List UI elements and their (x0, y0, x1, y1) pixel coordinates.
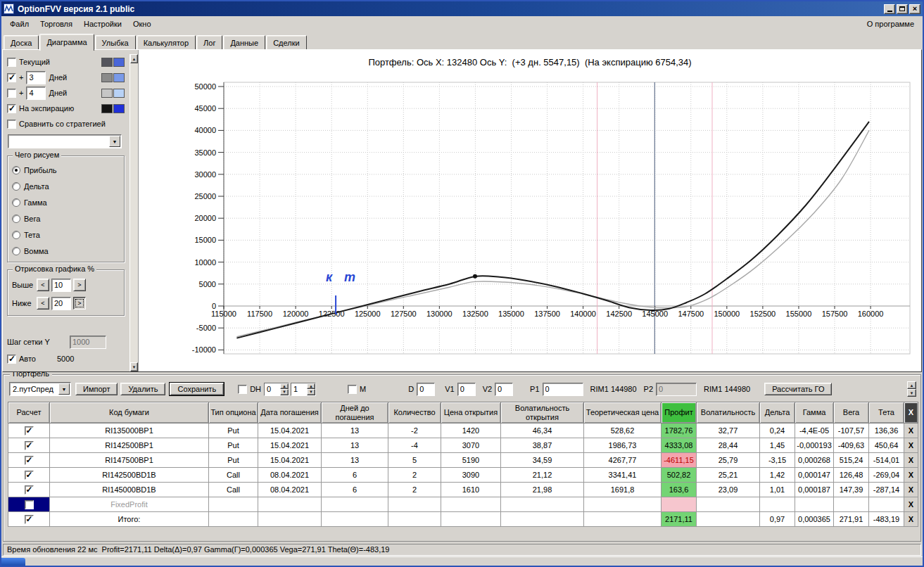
curve-checkbox[interactable] (7, 104, 16, 113)
spin-down-icon[interactable]: ▼ (307, 389, 315, 395)
spin-down-icon[interactable]: ▼ (280, 389, 289, 395)
scroll-up-icon[interactable]: ▲ (130, 54, 138, 63)
v2-input[interactable] (495, 383, 513, 396)
curve-color-swatches[interactable] (101, 58, 125, 67)
svg-text:157500: 157500 (822, 310, 848, 318)
m-checkbox[interactable]: M (348, 385, 366, 394)
delete-button[interactable]: Удалить (120, 383, 165, 395)
color-swatch[interactable] (113, 89, 125, 98)
row-calc-cell[interactable] (8, 483, 50, 497)
compare-strategy-select[interactable]: ▼ (8, 134, 122, 148)
curve-color-swatches[interactable] (101, 73, 125, 82)
panel-scrollbar[interactable]: ▲ ▼ (129, 54, 138, 371)
curve-color-swatches[interactable] (101, 104, 125, 113)
scroll-down-icon[interactable]: ▼ (130, 362, 138, 371)
compare-strategy-checkbox[interactable]: Сравнить со стратегией (7, 116, 126, 132)
percent-input[interactable] (51, 297, 71, 310)
tab-5[interactable]: Данные (223, 35, 265, 49)
curve-checkbox[interactable] (7, 89, 16, 98)
dh-spinner-1[interactable]: 0 ▲▼ (264, 383, 289, 396)
dh-spinner-2[interactable]: 1 ▲▼ (291, 383, 316, 396)
menu-item-3[interactable]: Окно (127, 18, 157, 30)
delete-row-button[interactable]: Х (904, 483, 918, 497)
color-swatch[interactable] (101, 73, 113, 82)
profit-chart[interactable]: 5000045000400003500030000250002000015000… (139, 75, 916, 371)
tab-1[interactable]: Диаграмма (39, 34, 94, 51)
delete-row-button[interactable]: Х (904, 453, 918, 468)
auto-checkbox[interactable]: Авто (7, 355, 36, 364)
decrease-button[interactable]: < (37, 297, 49, 310)
scroll-up-icon[interactable]: ▲ (907, 381, 916, 389)
curve-color-swatches[interactable] (101, 89, 125, 98)
save-button[interactable]: Сохранить (170, 383, 224, 395)
minimize-button[interactable] (884, 4, 895, 14)
draw-option-5[interactable]: Вомма (12, 243, 121, 259)
d-input[interactable] (417, 383, 435, 396)
draw-option-4[interactable]: Тета (12, 227, 121, 243)
cell: -4611,15 (662, 453, 697, 468)
curve-checkbox[interactable] (7, 73, 16, 82)
row-checkbox (25, 471, 34, 480)
import-button[interactable]: Импорт (75, 383, 118, 395)
color-swatch[interactable] (113, 104, 125, 113)
portfolio-select[interactable]: 2.путСпред ▼ (9, 382, 71, 396)
cell (795, 497, 834, 512)
menu-item-2[interactable]: Настройки (78, 18, 127, 30)
color-swatch[interactable] (113, 73, 125, 82)
tab-3[interactable]: Калькулятор (137, 35, 196, 49)
decrease-button[interactable]: < (37, 279, 49, 291)
row-calc-cell[interactable] (8, 423, 50, 438)
calc-go-button[interactable]: Рассчитать ГО (764, 383, 832, 395)
p1-input[interactable] (543, 383, 583, 396)
color-swatch[interactable] (113, 58, 125, 67)
increase-button[interactable]: > (73, 279, 86, 291)
color-swatch[interactable] (101, 58, 113, 67)
row-calc-cell[interactable] (8, 497, 50, 512)
title-bar[interactable]: OptionFVV версия 2.1 public × (1, 1, 923, 16)
tab-2[interactable]: Улыбка (95, 35, 136, 49)
start-button-fragment[interactable] (1, 558, 25, 566)
scroll-down-icon[interactable]: ▼ (907, 389, 916, 397)
percent-input[interactable] (51, 279, 71, 292)
chevron-down-icon[interactable]: ▼ (58, 383, 70, 395)
color-swatch[interactable] (101, 104, 113, 113)
draw-option-1[interactable]: Дельта (12, 178, 121, 194)
color-swatch[interactable] (101, 89, 113, 98)
menu-about[interactable]: О программе (861, 18, 920, 30)
curve-checkbox[interactable] (7, 58, 16, 67)
v1-input[interactable] (457, 383, 476, 396)
delete-row-button[interactable]: Х (904, 497, 918, 512)
menu-item-0[interactable]: Файл (4, 18, 34, 30)
days-input[interactable] (26, 71, 46, 84)
increase-button[interactable]: > (73, 297, 86, 310)
delete-row-button[interactable]: Х (904, 438, 918, 453)
row-calc-cell[interactable] (8, 512, 50, 527)
dh-checkbox[interactable]: DH (238, 385, 261, 394)
delete-row-button[interactable]: Х (904, 512, 918, 527)
tab-4[interactable]: Лог (196, 35, 222, 49)
grid-step-input[interactable] (70, 336, 106, 349)
delete-row-button[interactable]: Х (904, 423, 918, 438)
p2-input[interactable] (656, 383, 697, 396)
delete-row-button[interactable]: Х (904, 468, 918, 483)
spin-up-icon[interactable]: ▲ (280, 383, 289, 390)
days-input[interactable] (26, 87, 46, 100)
table-scroll-buttons[interactable]: ▲ ▼ (907, 381, 916, 397)
row-calc-cell[interactable] (8, 468, 50, 483)
cell: 15.04.2021 (258, 423, 322, 438)
draw-option-2[interactable]: Гамма (12, 194, 121, 210)
maximize-button[interactable] (897, 4, 908, 14)
tab-0[interactable]: Доска (4, 35, 39, 49)
tab-6[interactable]: Сделки (266, 35, 307, 49)
close-button[interactable]: × (909, 4, 920, 14)
spin-up-icon[interactable]: ▲ (307, 383, 315, 390)
row-calc-cell[interactable] (8, 453, 50, 468)
cell (584, 512, 662, 527)
radio-label: Дельта (24, 182, 49, 191)
row-calc-cell[interactable] (8, 438, 50, 453)
chevron-down-icon[interactable]: ▼ (109, 136, 120, 147)
menu-item-1[interactable]: Торговля (34, 18, 78, 30)
draw-option-3[interactable]: Вега (12, 210, 121, 227)
scrollbar-track[interactable] (130, 63, 138, 362)
draw-option-0[interactable]: Прибыль (12, 162, 121, 178)
